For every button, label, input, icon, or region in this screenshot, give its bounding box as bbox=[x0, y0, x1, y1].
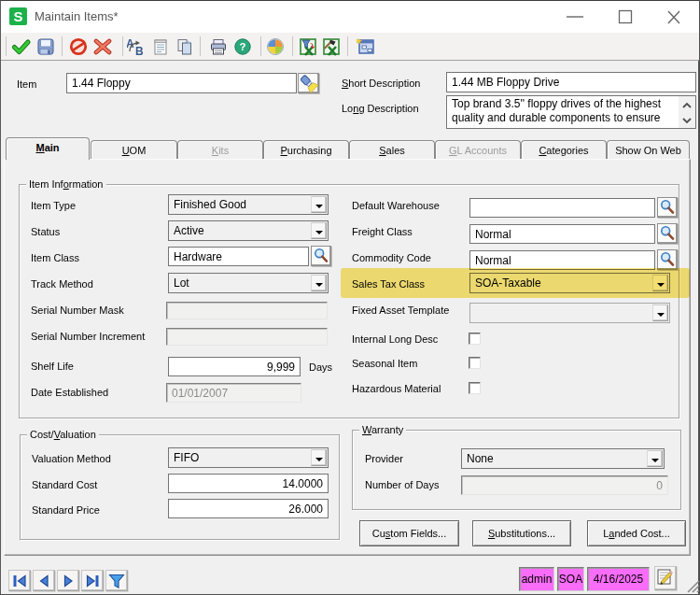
svg-text:B: B bbox=[135, 45, 144, 56]
svg-text:?: ? bbox=[239, 41, 245, 52]
